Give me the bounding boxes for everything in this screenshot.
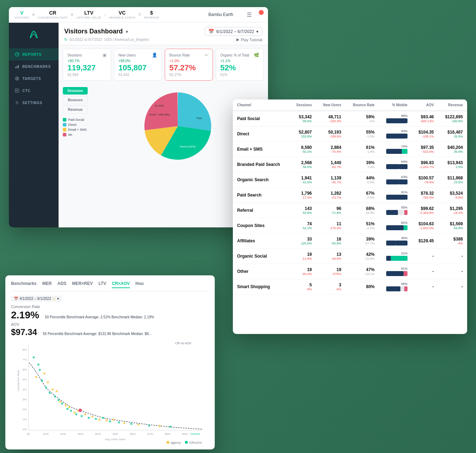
timezone-label: USD | America/Los_Angeles — [104, 38, 149, 42]
cell-revenue: $11,968 23.9% — [438, 172, 467, 188]
cell-new-users: 1,139 -45.7% — [316, 172, 346, 188]
table-row: Referral 143 92.8% 96 -71.8% 68% 18.9% 5… — [233, 203, 467, 218]
cell-mobile: 45% — [379, 233, 412, 249]
col-aov: AOV — [412, 99, 438, 111]
svg-text:0%: 0% — [22, 428, 27, 431]
table-row: Smart Shopping 5 -9% 3 -4% 80% 66% - — [233, 279, 467, 295]
svg-point-66 — [137, 424, 139, 426]
svg-point-70 — [78, 409, 82, 412]
scatter-chart: 0% 1% 2% 3% 4% 5% 6% 7% 8% $0 $100 $200 … — [11, 341, 209, 441]
bench-tab-ads[interactable]: ADS — [58, 281, 66, 288]
cell-bounce-rate: 51% -2.2% — [345, 218, 379, 233]
svg-point-65 — [130, 423, 132, 425]
chart-btn-revenue[interactable]: Revenue — [63, 106, 88, 114]
sidebar-item-targets[interactable]: TARGETS — [9, 72, 59, 85]
cell-bounce-rate: 68% 18.9% — [345, 203, 379, 218]
cell-sessions: 53,342 99.6% — [290, 111, 316, 126]
date-dropdown-arrow: ▾ — [256, 29, 258, 34]
calendar-icon: 📅 — [208, 29, 214, 34]
play-icon: ▶ — [236, 37, 239, 42]
bench-tab-mer[interactable]: MER — [42, 281, 52, 288]
table-row: Paid Search 1,796 -17.0% 1,282 -23.7% 67… — [233, 188, 467, 203]
cell-mobile: 21% — [379, 249, 412, 264]
svg-text:$900: $900 — [182, 433, 188, 435]
svg-text:$700: $700 — [147, 433, 153, 435]
cell-channel: Referral — [233, 203, 290, 218]
bench-tab-benchmarks[interactable]: Benchmarks — [11, 281, 37, 288]
cell-sessions: 19 -40.4% — [290, 264, 316, 279]
bench-tab-hou[interactable]: Hou — [136, 281, 144, 288]
svg-point-54 — [84, 413, 86, 415]
bench-cr-row: 2.19% 50 Percentile Benchmark Average: 2… — [11, 309, 209, 321]
svg-point-6 — [17, 78, 17, 79]
table-row: Other 19 -40.4% 19 -578% 47% -19.1% 81% — [233, 264, 467, 279]
legend-dot-email-sms — [63, 128, 66, 131]
bench-tab-ltv[interactable]: LTV — [98, 281, 106, 288]
bench-tab-merrev[interactable]: MER×REV — [72, 281, 93, 288]
bench-date-pill[interactable]: 📅 4/1/2022 – 6/1/2022 ⚠ ▾ — [11, 296, 62, 302]
menu-icon[interactable]: ☰ — [247, 11, 252, 18]
cell-new-users: 11 -175.0% — [316, 218, 346, 233]
organic-prev: 51% — [220, 73, 259, 77]
chart-legend: Paid Social Direct Email + SMS etc — [63, 118, 88, 136]
bench-date-icon: 📅 — [14, 297, 18, 301]
bench-cr-label: Conversion Rate — [11, 304, 209, 309]
table-row: Direct 52,807 153.8% 50,193 -108.8% 55% … — [233, 126, 467, 142]
settings-icon — [15, 100, 20, 105]
formula-ltv: LTV LIFETIME VALUE — [76, 10, 102, 19]
date-range-text: 6/1/2022 – 6/7/2022 — [216, 29, 254, 34]
scatter-chart-area: CR vs AOV 0% 1% 2% 3% 4% 5% 6% 7% 8% $0 … — [11, 341, 209, 448]
title-dropdown-arrow[interactable]: ▾ — [126, 29, 128, 34]
targets-icon — [15, 76, 20, 81]
formula-op-1: × — [32, 12, 35, 17]
kpi-bounce-label: Bounce Rate — [169, 53, 190, 57]
bench-tab-craov[interactable]: CR×AOV — [112, 281, 130, 288]
col-mobile: % Mobile — [379, 99, 412, 111]
cell-channel: Paid Search — [233, 188, 290, 203]
sidebar-item-ctc[interactable]: CTC — [9, 85, 59, 97]
cell-aov: - — [412, 264, 438, 279]
kpi-organic: Organic % of Total 🌿 +1.1% 52% 51% — [216, 49, 264, 81]
svg-text:$100: $100 — [43, 433, 49, 435]
sidebar-item-reports[interactable]: REPORTS — [9, 48, 59, 60]
cell-bounce-rate: 42% -22.8% — [345, 249, 379, 264]
svg-text:$400: $400 — [95, 433, 101, 435]
svg-text:$500: $500 — [113, 433, 118, 435]
bench-aov-row: $97.34 55 Percentile Benchmark Average: … — [11, 327, 209, 337]
svg-rect-3 — [18, 65, 19, 68]
dashboard-header: Visitors Dashboard ▾ 📅 6/1/2022 – 6/7/20… — [59, 23, 268, 45]
cell-bounce-rate: 47% -19.1% — [345, 264, 379, 279]
legend-dot-paid-social — [63, 118, 66, 122]
formula-rev-symbol: $ — [150, 10, 153, 16]
table-scroll[interactable]: Channel Sessions New Users Bounce Rate %… — [233, 99, 467, 334]
cell-sessions: 52,807 153.8% — [290, 126, 316, 142]
subtitle-date: 6/1/2022 to 6/7/2022 — [70, 38, 102, 42]
play-tutorial-button[interactable]: ▶ Play Tutorial — [236, 37, 262, 42]
sidebar-item-benchmarks[interactable]: BENCHMARKS — [9, 60, 59, 72]
cell-aov: $100.57 -78.9% — [412, 172, 438, 188]
bounce-value: 57.27% — [169, 64, 208, 72]
newusers-change: +98.0% — [119, 59, 158, 63]
chart-btn-sessions[interactable]: Sessions — [63, 87, 88, 95]
svg-point-43 — [58, 399, 60, 401]
formula-visitors: V VISITORS — [15, 10, 29, 19]
cell-mobile: 96% — [379, 111, 412, 126]
date-selector[interactable]: 📅 6/1/2022 – 6/7/2022 ▾ — [204, 27, 262, 36]
table-row: Paid Social 53,342 99.6% 48,711 -100.3% … — [233, 111, 467, 126]
chart-btn-bounces[interactable]: Bounces — [63, 96, 88, 104]
cell-mobile: 66% — [379, 279, 412, 295]
close-button[interactable] — [259, 10, 264, 15]
cell-mobile: 64% — [379, 157, 412, 172]
refresh-icon[interactable]: ↻ — [64, 37, 67, 42]
formula-v-label: VISITORS — [15, 16, 29, 19]
col-new-users: New Users — [316, 99, 346, 111]
svg-text:$800: $800 — [165, 433, 170, 435]
sidebar-targets-label: TARGETS — [22, 77, 41, 81]
bench-date-arrow: ▾ — [57, 297, 59, 301]
legend-label-paid-social: Paid Social — [68, 118, 84, 122]
cell-revenue: $1,569 64.8% — [438, 218, 467, 233]
cell-bounce-rate: 55% -1.5% — [345, 126, 379, 142]
kpi-sessions: Sessions ▣ +90.7% 119,327 62,584 — [63, 49, 111, 81]
sidebar-item-settings[interactable]: SETTINGS — [9, 97, 59, 109]
kpi-bounce-rate: Bounce Rate ↩ +1.0% 57.27% 56.27% — [165, 49, 213, 81]
